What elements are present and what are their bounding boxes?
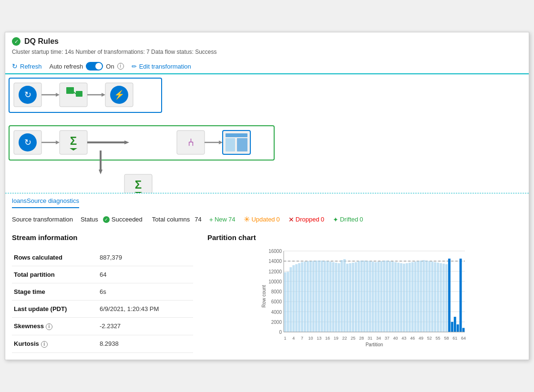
svg-text:34: 34	[376, 336, 381, 341]
svg-rect-104	[422, 260, 425, 332]
svg-rect-63	[307, 261, 309, 332]
source-icon-r1: ↻	[24, 90, 31, 100]
svg-text:6000: 6000	[271, 299, 282, 304]
drifted-value: 0	[359, 216, 363, 223]
chart-container: 0200040006000800010000120001400016000147…	[207, 246, 522, 351]
info-icon: i	[117, 63, 124, 70]
drifted-star-icon: ✦	[333, 216, 339, 223]
svg-rect-96	[400, 263, 402, 332]
svg-text:16: 16	[325, 336, 330, 341]
stream-info-row: Last update (PDT)6/9/2021, 1:20:43 PM	[12, 301, 193, 318]
svg-text:58: 58	[444, 336, 449, 341]
svg-rect-85	[369, 261, 371, 332]
svg-rect-69	[324, 261, 326, 332]
svg-text:64: 64	[461, 336, 466, 341]
total-columns-value: 74	[195, 216, 201, 223]
svg-text:52: 52	[427, 336, 432, 341]
dropped-badge-group: ✕ Dropped 0	[288, 216, 324, 223]
svg-text:13: 13	[317, 336, 321, 341]
new-badge-group: + New 74	[209, 216, 236, 223]
stream-info-row-value: 6s	[98, 283, 193, 301]
svg-rect-30	[226, 133, 247, 137]
svg-rect-70	[327, 261, 329, 332]
svg-rect-103	[420, 261, 422, 332]
stream-info-table: Rows calculated887,379Total partition64S…	[12, 249, 193, 353]
svg-rect-115	[454, 317, 456, 332]
refresh-icon: ↻	[12, 62, 18, 70]
svg-rect-62	[304, 261, 306, 332]
svg-rect-89	[380, 261, 382, 332]
svg-rect-79	[352, 262, 354, 332]
refresh-label: Refresh	[20, 63, 42, 70]
edit-transformation-label: Edit transformation	[139, 63, 191, 70]
svg-rect-77	[346, 264, 349, 332]
svg-rect-75	[340, 260, 343, 332]
svg-text:49: 49	[419, 336, 423, 341]
svg-text:4000: 4000	[271, 310, 282, 315]
svg-text:31: 31	[368, 336, 372, 341]
svg-marker-28	[219, 141, 223, 144]
svg-text:Partition: Partition	[366, 342, 383, 346]
stream-info-row: Kurtosisi8.2938	[12, 335, 193, 353]
svg-rect-65	[312, 261, 315, 332]
svg-rect-114	[451, 322, 453, 332]
window-title: DQ Rules	[24, 37, 59, 46]
svg-text:19: 19	[334, 336, 339, 341]
auto-refresh-state: On	[106, 63, 114, 70]
svg-rect-81	[358, 261, 360, 332]
svg-rect-117	[460, 259, 462, 332]
svg-text:⚡: ⚡	[114, 90, 125, 100]
svg-rect-92	[389, 261, 391, 332]
flow-diagram: ↻ ⚡ ↻	[5, 74, 529, 193]
svg-text:0: 0	[279, 330, 282, 335]
svg-text:22: 22	[342, 336, 347, 341]
status-success-icon: ✓	[103, 216, 110, 223]
stream-info-row-value: 8.2938	[98, 335, 193, 353]
svg-rect-76	[343, 259, 346, 332]
chart-section: Partition chart 020004000600080001000012…	[207, 233, 522, 351]
svg-rect-60	[298, 263, 300, 332]
svg-text:25: 25	[350, 336, 355, 341]
refresh-button[interactable]: ↻ Refresh	[12, 62, 42, 70]
svg-marker-24	[99, 170, 103, 174]
svg-text:12000: 12000	[268, 269, 282, 274]
svg-rect-86	[372, 261, 374, 332]
new-plus-icon: +	[209, 216, 213, 223]
stream-info-row-value: 64	[98, 266, 193, 283]
svg-rect-73	[335, 262, 337, 332]
svg-text:⑃: ⑃	[188, 136, 194, 148]
updated-value: 0	[277, 216, 280, 223]
svg-rect-98	[406, 263, 408, 332]
diagnostics-tab[interactable]: loansSource diagnostics	[12, 193, 79, 208]
svg-rect-107	[431, 261, 433, 332]
stream-info-row-label: Stage time	[12, 283, 98, 301]
svg-rect-100	[411, 262, 414, 332]
svg-text:46: 46	[410, 336, 415, 341]
svg-text:10: 10	[308, 336, 313, 341]
edit-transformation-button[interactable]: ✏ Edit transformation	[132, 63, 191, 70]
stream-info-row-label: Kurtosisi	[12, 335, 98, 353]
stream-info-title: Stream information	[12, 233, 193, 241]
stream-info-section: Stream information Rows calculated887,37…	[12, 233, 193, 353]
svg-rect-61	[301, 262, 303, 332]
svg-rect-32	[237, 138, 247, 151]
svg-rect-78	[349, 263, 351, 332]
svg-rect-59	[295, 264, 298, 332]
auto-refresh-group: Auto refresh On i	[50, 62, 124, 70]
svg-rect-93	[391, 261, 394, 332]
svg-text:10000: 10000	[268, 279, 282, 284]
svg-rect-31	[226, 138, 235, 151]
info-icon: i	[46, 323, 52, 330]
stats-row: Source transformation Status ✓ Succeeded…	[12, 215, 522, 224]
svg-marker-22	[124, 141, 129, 144]
svg-rect-105	[425, 261, 428, 332]
stream-info-row: Skewnessi-2.2327	[12, 318, 193, 335]
diagnostics-panel: loansSource diagnostics Source transform…	[5, 193, 529, 360]
svg-text:Row count: Row count	[261, 285, 267, 307]
edit-icon: ✏	[132, 63, 137, 70]
svg-rect-102	[417, 261, 420, 332]
auto-refresh-toggle[interactable]	[86, 62, 103, 70]
svg-rect-68	[321, 261, 323, 332]
svg-rect-97	[403, 264, 405, 332]
updated-badge-group: ✳ Updated 0	[244, 215, 279, 224]
